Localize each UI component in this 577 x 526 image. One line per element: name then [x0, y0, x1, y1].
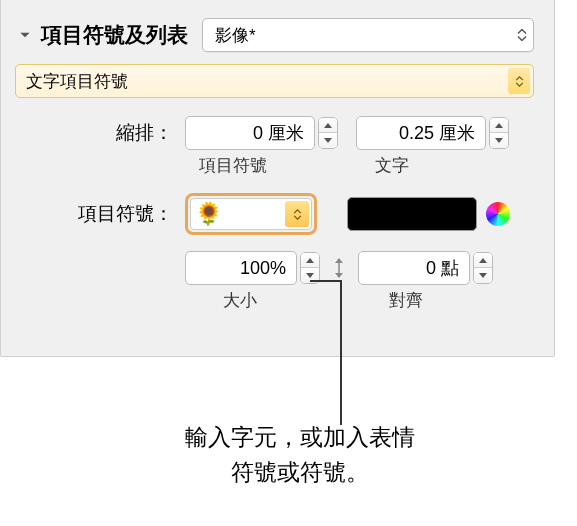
bullets-lists-panel: 項目符號及列表 影像* 文字項目符號 縮排： 0 厘米	[0, 0, 555, 357]
bullet-symbol-select[interactable]: 🌻	[185, 193, 317, 235]
align-control: 0 點	[358, 251, 493, 285]
bullet-indent-sublabel: 項目符號	[185, 154, 357, 177]
list-style-value: 影像*	[215, 24, 256, 47]
bullet-indent-value: 0 厘米	[253, 121, 304, 145]
align-value: 0 點	[426, 256, 459, 280]
align-input[interactable]: 0 點	[358, 251, 470, 285]
stepper-up-button[interactable]	[301, 253, 319, 268]
indent-sublabels: 項目符號 文字	[15, 154, 534, 177]
stepper-up-button[interactable]	[490, 118, 508, 133]
size-sublabel: 大小	[185, 289, 345, 312]
list-style-select[interactable]: 影像*	[202, 18, 534, 52]
size-align-row: 100% 0 點	[15, 251, 534, 285]
align-vertical-icon	[328, 254, 350, 282]
color-wheel-icon	[486, 202, 510, 226]
size-control: 100%	[185, 251, 320, 285]
bullet-indent-stepper[interactable]	[318, 117, 338, 149]
size-input[interactable]: 100%	[185, 251, 297, 285]
bullet-symbol-label: 項目符號：	[15, 201, 185, 227]
text-indent-control: 0.25 厘米	[356, 116, 509, 150]
chevron-updown-icon	[508, 68, 530, 94]
text-indent-value: 0.25 厘米	[399, 121, 475, 145]
bullet-symbol-row: 項目符號： 🌻	[15, 193, 534, 235]
chevron-updown-icon	[285, 201, 309, 227]
indent-label: 縮排：	[15, 120, 185, 146]
stepper-up-button[interactable]	[474, 253, 492, 268]
align-sublabel: 對齊	[345, 289, 534, 312]
bullet-type-select[interactable]: 文字項目符號	[15, 64, 534, 98]
bullet-type-value: 文字項目符號	[26, 70, 128, 93]
callout-line1: 輸入字元，或加入表情	[140, 420, 460, 455]
stepper-down-button[interactable]	[490, 133, 508, 148]
text-indent-sublabel: 文字	[357, 154, 534, 177]
size-value: 100%	[240, 258, 286, 279]
callout-text: 輸入字元，或加入表情 符號或符號。	[140, 420, 460, 489]
callout-line2: 符號或符號。	[140, 455, 460, 490]
size-align-sublabels: 大小 對齊	[15, 289, 534, 312]
chevron-updown-icon	[517, 29, 527, 42]
header-row: 項目符號及列表 影像*	[15, 18, 534, 52]
stepper-down-button[interactable]	[474, 268, 492, 283]
callout-leader-line	[340, 280, 342, 425]
color-picker-button[interactable]	[483, 199, 513, 229]
stepper-up-button[interactable]	[319, 118, 337, 133]
stepper-down-button[interactable]	[319, 133, 337, 148]
text-indent-stepper[interactable]	[489, 117, 509, 149]
bullet-type-row: 文字項目符號	[15, 64, 534, 98]
bullet-indent-control: 0 厘米	[185, 116, 338, 150]
text-indent-input[interactable]: 0.25 厘米	[356, 116, 486, 150]
bullet-color-swatch[interactable]	[347, 197, 477, 231]
section-title: 項目符號及列表	[41, 21, 188, 49]
flower-icon: 🌻	[195, 201, 221, 227]
align-stepper[interactable]	[473, 252, 493, 284]
indent-row: 縮排： 0 厘米 0.25 厘米	[15, 116, 534, 150]
bullet-indent-input[interactable]: 0 厘米	[185, 116, 315, 150]
disclosure-triangle[interactable]	[15, 25, 35, 45]
